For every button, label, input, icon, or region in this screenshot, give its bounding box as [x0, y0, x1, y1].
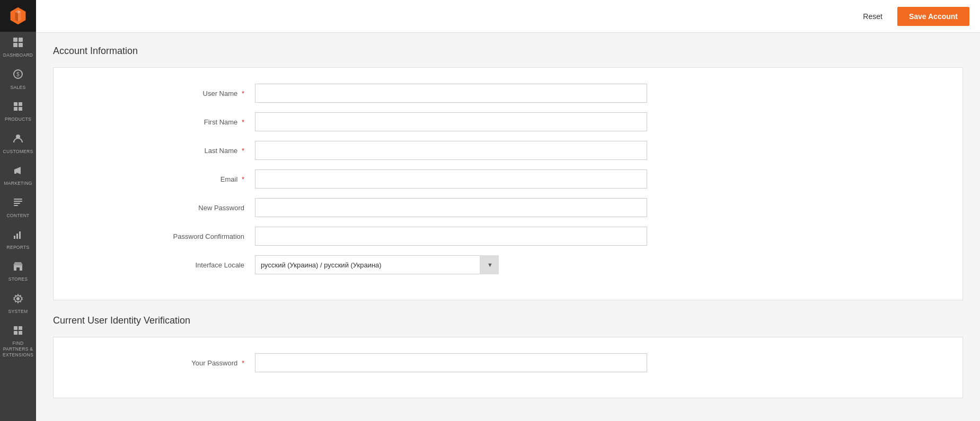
- svg-rect-29: [14, 331, 17, 335]
- username-label: User Name *: [75, 89, 255, 97]
- content-icon: [13, 197, 23, 211]
- lastname-label: Last Name *: [75, 147, 255, 155]
- main-area: Reset Save Account Account Information U…: [36, 0, 980, 421]
- lastname-required-star: *: [242, 147, 244, 155]
- svg-rect-25: [16, 267, 20, 271]
- new-password-row: New Password: [75, 198, 941, 217]
- username-row: User Name *: [75, 84, 941, 103]
- stores-icon: [13, 261, 23, 275]
- email-label: Email *: [75, 175, 255, 183]
- sidebar-item-dashboard-label: DASHBOARD: [3, 52, 33, 58]
- save-account-button[interactable]: Save Account: [897, 7, 969, 26]
- svg-rect-30: [19, 331, 22, 335]
- system-icon: [13, 293, 23, 307]
- sidebar-item-reports[interactable]: REPORTS: [0, 224, 36, 256]
- reset-button[interactable]: Reset: [854, 8, 891, 25]
- svg-rect-11: [19, 102, 22, 106]
- svg-rect-28: [19, 326, 22, 330]
- password-confirmation-input[interactable]: [255, 227, 647, 246]
- firstname-row: First Name *: [75, 112, 941, 131]
- sidebar-item-extensions[interactable]: FIND PARTNERS & EXTENSIONS: [0, 320, 36, 364]
- svg-rect-18: [14, 203, 20, 204]
- sidebar-item-sales[interactable]: $ SALES: [0, 64, 36, 95]
- svg-rect-20: [14, 236, 15, 239]
- svg-rect-17: [14, 201, 22, 202]
- svg-rect-4: [13, 38, 17, 42]
- svg-rect-7: [19, 43, 23, 47]
- sidebar-item-customers[interactable]: CUSTOMERS: [0, 128, 36, 159]
- dashboard-icon: [13, 37, 23, 51]
- extensions-icon: [13, 325, 23, 339]
- interface-locale-row: Interface Locale русский (Украина) / рус…: [75, 255, 941, 274]
- magento-logo-icon: [8, 6, 28, 25]
- svg-text:$: $: [16, 71, 20, 77]
- verification-section-title: Current User Identity Verification: [53, 313, 963, 326]
- sidebar-item-products-label: PRODUCTS: [5, 117, 31, 122]
- password-confirmation-label: Password Confirmation: [75, 232, 255, 240]
- svg-rect-13: [19, 107, 22, 111]
- svg-rect-16: [14, 199, 22, 200]
- password-confirmation-row: Password Confirmation: [75, 227, 941, 246]
- username-input[interactable]: [255, 84, 647, 103]
- products-icon: [13, 101, 23, 115]
- svg-rect-10: [14, 102, 17, 106]
- interface-locale-label: Interface Locale: [75, 261, 255, 269]
- svg-rect-15: [14, 171, 16, 174]
- sidebar-item-stores[interactable]: STORES: [0, 256, 36, 288]
- svg-rect-6: [13, 43, 17, 47]
- username-required-star: *: [242, 89, 244, 97]
- lastname-row: Last Name *: [75, 141, 941, 160]
- svg-point-26: [16, 297, 20, 300]
- new-password-input[interactable]: [255, 198, 647, 217]
- account-information-form: User Name * First Name * Last Name *: [53, 67, 963, 300]
- customers-icon: [13, 133, 23, 147]
- email-input[interactable]: [255, 169, 647, 189]
- svg-rect-12: [14, 107, 17, 111]
- sidebar-item-system[interactable]: SYSTEM: [0, 288, 36, 320]
- email-row: Email *: [75, 169, 941, 189]
- svg-rect-5: [19, 38, 23, 42]
- sidebar-item-products[interactable]: PRODUCTS: [0, 96, 36, 128]
- your-password-input[interactable]: [255, 353, 647, 372]
- lastname-input[interactable]: [255, 141, 647, 160]
- reports-icon: [13, 229, 23, 243]
- sidebar: DASHBOARD $ SALES PRODUCTS CUSTOMERS MAR…: [0, 0, 36, 421]
- account-information-title: Account Information: [53, 46, 963, 57]
- sidebar-logo: [0, 0, 36, 32]
- sidebar-item-sales-label: SALES: [11, 85, 26, 91]
- firstname-required-star: *: [242, 118, 244, 126]
- sidebar-item-extensions-label: FIND PARTNERS & EXTENSIONS: [2, 341, 34, 358]
- interface-locale-select-wrapper: русский (Украина) / русский (Украина) ▼: [255, 255, 499, 274]
- sidebar-item-customers-label: CUSTOMERS: [3, 149, 33, 155]
- sidebar-item-content[interactable]: CONTENT: [0, 192, 36, 223]
- sidebar-item-marketing[interactable]: MARKETING: [0, 160, 36, 192]
- firstname-input[interactable]: [255, 112, 647, 131]
- your-password-row: Your Password *: [75, 353, 941, 372]
- content-area: Account Information User Name * First Na…: [36, 33, 980, 421]
- sidebar-item-stores-label: STORES: [8, 276, 28, 282]
- sidebar-item-marketing-label: MARKETING: [4, 181, 32, 186]
- sidebar-item-reports-label: REPORTS: [6, 245, 29, 250]
- your-password-required-star: *: [242, 359, 244, 367]
- svg-rect-23: [22, 230, 22, 239]
- sales-icon: $: [13, 69, 23, 83]
- svg-rect-21: [16, 234, 18, 239]
- firstname-label: First Name *: [75, 118, 255, 126]
- marketing-icon: [13, 165, 23, 179]
- sidebar-item-content-label: CONTENT: [6, 213, 29, 219]
- new-password-label: New Password: [75, 204, 255, 212]
- toolbar: Reset Save Account: [36, 0, 980, 33]
- sidebar-item-dashboard[interactable]: DASHBOARD: [0, 32, 36, 64]
- svg-rect-27: [14, 326, 17, 330]
- interface-locale-select[interactable]: русский (Украина) / русский (Украина): [255, 255, 499, 274]
- sidebar-item-system-label: SYSTEM: [8, 309, 28, 315]
- verification-form: Your Password *: [53, 337, 963, 398]
- email-required-star: *: [242, 175, 244, 183]
- your-password-label: Your Password *: [75, 359, 255, 367]
- svg-rect-19: [14, 205, 18, 206]
- svg-rect-22: [19, 231, 21, 239]
